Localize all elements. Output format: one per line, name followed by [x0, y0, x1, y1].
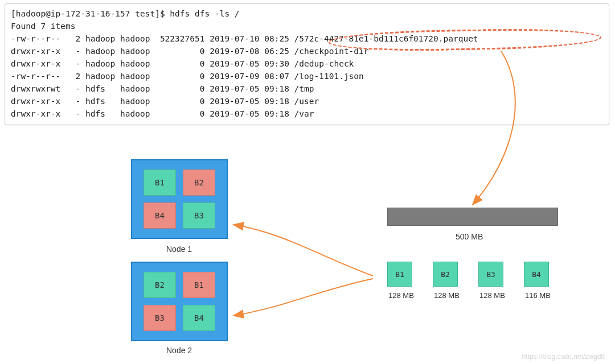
small-block-b4-size: 116 MB [525, 291, 551, 300]
node2-block-b3: B3 [144, 305, 176, 331]
node-2-box: B2 B1 B3 B4 [131, 262, 228, 341]
small-block-b3: B3 [478, 262, 503, 287]
small-block-b1-size: 128 MB [388, 291, 414, 300]
terminal-output: [hadoop@ip-172-31-16-157 test]$ hdfs dfs… [5, 3, 609, 125]
node-1-box: B1 B2 B4 B3 [131, 159, 228, 239]
node1-block-b2: B2 [183, 169, 215, 196]
small-block-b3-size: 128 MB [479, 291, 505, 300]
node-1-label: Node 1 [166, 245, 192, 254]
small-block-b2: B2 [433, 262, 458, 287]
watermark: https://blog.csdn.net/zwgdft [522, 353, 605, 361]
file-size-label: 500 MB [456, 232, 483, 241]
node1-block-b1: B1 [144, 169, 176, 196]
file-bar [387, 208, 558, 226]
node-2-label: Node 2 [166, 346, 192, 355]
node1-block-b4: B4 [144, 202, 176, 229]
node1-block-b3: B3 [183, 202, 215, 229]
small-block-b1: B1 [387, 262, 412, 287]
node2-block-b2: B2 [144, 272, 176, 298]
small-block-b4: B4 [524, 262, 549, 287]
small-block-b2-size: 128 MB [434, 291, 460, 300]
node2-block-b1: B1 [183, 272, 215, 298]
node2-block-b4: B4 [183, 305, 215, 331]
